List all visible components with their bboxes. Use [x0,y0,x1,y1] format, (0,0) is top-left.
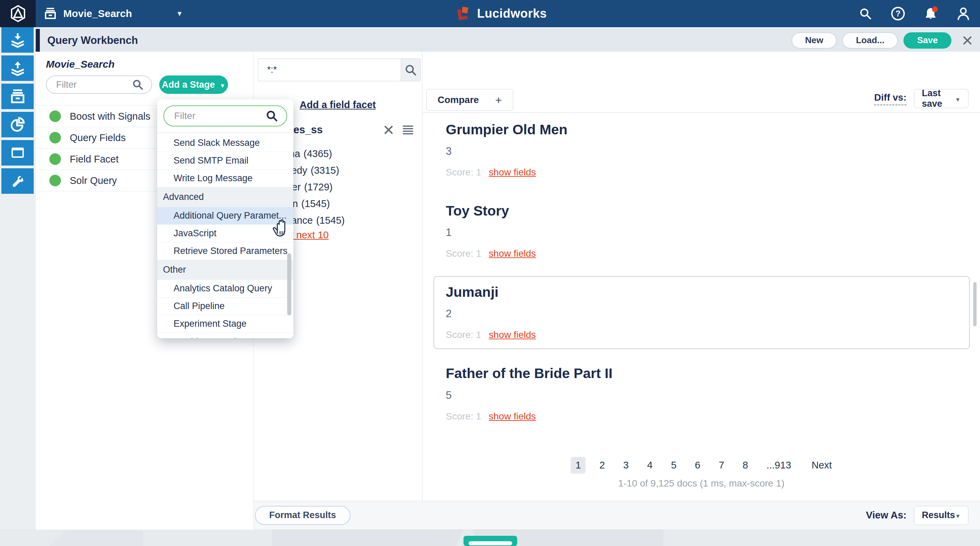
result-title: Toy Story [446,203,958,219]
result-score-row: Score: 1 show fields [446,411,958,422]
facet-value-count: 1545 [316,215,345,226]
lucidworks-brand: Lucidworks [456,0,547,27]
app-studio-icon[interactable] [2,140,34,165]
collections-icon[interactable] [2,84,34,109]
show-fields-link[interactable]: show fields [488,411,536,422]
help-icon[interactable]: ? [890,6,906,21]
page-number[interactable]: 1 [571,457,585,474]
stage-type-item[interactable]: Send Slack Message [157,134,293,152]
stage-enabled-toggle[interactable] [49,175,61,186]
result-card: Father of the Bride Part II 5 Score: 1 s… [434,357,970,430]
stage-type-item[interactable]: Other [157,260,293,280]
results-footer-bar: Format Results View As: Results [253,501,980,529]
search-icon[interactable] [858,6,873,21]
show-fields-link[interactable]: show fields [488,329,536,340]
stage-type-item[interactable]: Experiment Stage [157,315,293,333]
pagination: 12345678...913 Next [423,457,980,474]
index-pipelines-icon[interactable] [2,27,34,53]
diff-target-select[interactable]: Last save [914,89,969,108]
stage-type-item[interactable]: Call Pipeline [157,297,293,315]
facet-menu-icon[interactable] [402,125,414,135]
page-number[interactable]: 8 [738,457,753,474]
stage-type-item[interactable]: Analytics Catalog Query [157,280,293,297]
brand-name: Lucidworks [477,6,547,21]
stage-filter-field[interactable] [46,76,152,94]
view-as-value: Results [922,510,955,521]
show-fields-link[interactable]: show fields [488,248,536,259]
account-icon[interactable] [956,6,971,21]
chevron-down-icon [955,94,961,104]
query-input[interactable] [258,59,401,81]
next-page-button[interactable]: Next [811,460,832,471]
diff-target-value: Last save [922,88,955,109]
format-results-button[interactable]: Format Results [255,506,350,525]
page-title: Query Workbench [47,34,138,46]
compare-tab[interactable]: Compare + [426,89,513,111]
diff-controls: Diff vs: Last save [874,88,969,110]
stage-enabled-toggle[interactable] [49,132,61,143]
stage-enabled-toggle[interactable] [49,111,61,122]
svg-text:?: ? [896,9,901,18]
diff-vs-label: Diff vs: [874,92,907,105]
current-app-name: Movie_Search [63,8,132,19]
add-stage-label: Add a Stage [162,79,215,90]
results-list: Grumpier Old Men 3 Score: 1 show fields … [423,114,980,439]
chevron-down-icon [220,79,226,90]
result-card: Jumanji 2 Score: 1 show fields [434,276,970,349]
stage-type-item[interactable]: JavaScript [157,225,293,243]
page-number[interactable]: 7 [714,457,729,474]
stage-type-item[interactable]: Additional Query Paramet... [157,207,293,225]
remove-facet-icon[interactable] [384,125,393,135]
notification-badge [932,6,938,12]
chevron-down-icon [955,510,961,521]
page-number[interactable]: 5 [666,457,681,474]
result-id: 5 [446,389,958,402]
view-as-select[interactable]: Results [914,506,969,525]
query-pipelines-icon[interactable] [2,56,34,81]
page-number[interactable]: 4 [643,457,657,474]
facet-value-count: 1545 [301,198,330,210]
fusion-home-button[interactable] [0,0,36,27]
facet-value-count: 1729 [304,181,333,193]
close-icon[interactable] [962,35,972,46]
fusion-logo-icon [9,5,27,22]
stage-type-item[interactable]: Send SMTP Email [157,152,293,170]
add-compare-icon[interactable]: + [495,94,502,107]
analytics-icon[interactable] [2,112,34,137]
search-icon [132,79,144,91]
workbench-header: Query Workbench New Load... Save [36,29,980,52]
results-scrollbar[interactable] [973,282,977,326]
result-score: Score: 1 [446,248,481,259]
add-stage-button[interactable]: Add a Stage [159,76,228,94]
stage-filter-input[interactable] [47,79,125,90]
stage-type-item[interactable]: Retrieve Stored Parameters [157,243,293,260]
result-score-row: Score: 1 show fields [446,248,958,259]
page-number[interactable]: 6 [690,457,705,474]
stage-label: Solr Query [70,175,117,186]
new-button[interactable]: New [791,32,837,49]
result-score: Score: 1 [446,167,481,178]
menu-filter-field[interactable] [163,105,287,127]
query-workbench-app: Movie_Search Lucidworks ? [0,0,980,546]
stage-enabled-toggle[interactable] [49,153,61,165]
app-switcher[interactable]: Movie_Search [43,0,183,27]
result-score: Score: 1 [446,411,481,422]
run-query-button[interactable] [401,59,421,81]
stage-type-item[interactable]: Write Log Message [157,170,293,187]
stage-label: Query Fields [70,132,126,143]
menu-filter-input[interactable] [164,111,256,121]
stage-type-item[interactable]: Machine Learning [157,333,293,338]
menu-scrollbar[interactable] [287,253,291,316]
notifications-bell-icon[interactable] [923,6,939,21]
toast-bar [469,541,512,545]
show-fields-link[interactable]: show fields [488,167,536,178]
result-id: 1 [446,227,958,239]
page-number[interactable]: 2 [595,457,609,474]
page-number[interactable]: ...913 [762,457,796,474]
stage-type-item[interactable]: Advanced [157,187,293,207]
page-number[interactable]: 3 [619,457,633,474]
load-button[interactable]: Load... [842,32,898,49]
system-tools-icon[interactable] [2,168,34,194]
save-button[interactable]: Save [904,32,951,49]
lucidworks-logo-icon [456,6,472,21]
